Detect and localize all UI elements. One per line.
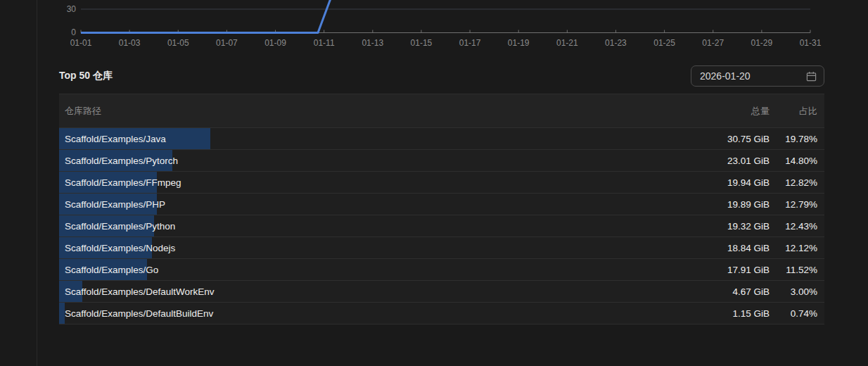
dashboard-page: 30 0 01-0101-0301-0501-0701-0901-1101-13…	[0, 0, 868, 366]
calendar-icon[interactable]	[806, 71, 817, 82]
percent-cell: 12.43%	[770, 221, 817, 232]
x-axis-tick-label: 01-15	[411, 38, 433, 48]
repo-path-cell: Scaffold/Examples/PHP	[59, 199, 692, 210]
sidebar-divider	[37, 0, 37, 366]
date-picker-value[interactable]: 2026-01-20	[700, 70, 806, 82]
x-axis-tick-label: 01-13	[362, 38, 383, 48]
percent-cell: 3.00%	[770, 286, 817, 297]
repo-path-cell: Scaffold/Examples/Python	[59, 221, 692, 232]
total-size-cell: 19.94 GiB	[692, 177, 770, 188]
repo-table: 仓库路径 总量 占比 Scaffold/Examples/Java30.75 G…	[59, 94, 824, 324]
column-header-repo-path: 仓库路径	[59, 105, 692, 118]
y-axis-tick-30: 30	[56, 4, 76, 14]
section-header: Top 50 仓库 2026-01-20	[59, 65, 824, 87]
repo-path-cell: Scaffold/Examples/Go	[59, 265, 692, 275]
table-row: Scaffold/Examples/Nodejs18.84 GiB12.12%	[59, 236, 824, 258]
table-row: Scaffold/Examples/PHP19.89 GiB12.79%	[59, 193, 824, 215]
total-size-cell: 18.84 GiB	[692, 243, 770, 253]
y-axis-tick-0: 0	[56, 27, 76, 37]
total-size-cell: 17.91 GiB	[692, 265, 770, 275]
percent-cell: 12.79%	[770, 199, 817, 210]
table-row: Scaffold/Examples/Pytorch23.01 GiB14.80%	[59, 149, 824, 171]
total-size-cell: 1.15 GiB	[692, 308, 770, 319]
date-picker[interactable]: 2026-01-20	[691, 65, 824, 87]
x-axis-tick-label: 01-07	[216, 38, 238, 48]
table-row: Scaffold/Examples/Java30.75 GiB19.78%	[59, 127, 824, 149]
column-header-percent: 占比	[770, 105, 817, 118]
x-axis-tick-label: 01-19	[508, 38, 530, 48]
x-axis-tick-label: 01-11	[314, 38, 335, 48]
x-axis-tick-label: 01-05	[167, 38, 189, 48]
repo-path-cell: Scaffold/Examples/DefaultWorkEnv	[59, 286, 692, 297]
repo-path-cell: Scaffold/Examples/Pytorch	[59, 156, 692, 166]
percent-cell: 0.74%	[770, 308, 817, 319]
x-axis-tick-label: 01-29	[751, 38, 773, 48]
repo-path-cell: Scaffold/Examples/FFmpeg	[59, 177, 692, 188]
percent-cell: 19.78%	[770, 134, 817, 144]
x-axis-tick-label: 01-23	[605, 38, 627, 48]
x-axis-tick-label: 01-01	[70, 38, 92, 48]
repo-path-cell: Scaffold/Examples/Nodejs	[59, 243, 692, 253]
usage-line-chart: 30 0 01-0101-0301-0501-0701-0901-1101-13…	[0, 0, 868, 53]
percent-cell: 12.12%	[770, 243, 817, 253]
page-title: Top 50 仓库	[59, 70, 113, 82]
table-row: Scaffold/Examples/FFmpeg19.94 GiB12.82%	[59, 171, 824, 193]
table-body: Scaffold/Examples/Java30.75 GiB19.78%Sca…	[59, 127, 824, 324]
total-size-cell: 23.01 GiB	[692, 156, 770, 166]
total-size-cell: 19.89 GiB	[692, 199, 770, 210]
repo-path-cell: Scaffold/Examples/DefaultBuildEnv	[59, 308, 692, 319]
table-row: Scaffold/Examples/Python19.32 GiB12.43%	[59, 215, 824, 236]
table-row: Scaffold/Examples/DefaultWorkEnv4.67 GiB…	[59, 280, 824, 302]
repo-path-cell: Scaffold/Examples/Java	[59, 134, 692, 144]
x-axis-tick-label: 01-09	[264, 38, 286, 48]
percent-cell: 14.80%	[770, 156, 817, 166]
table-row: Scaffold/Examples/Go17.91 GiB11.52%	[59, 258, 824, 280]
x-axis-tick-label: 01-31	[800, 38, 822, 48]
x-axis-tick-label: 01-17	[459, 38, 481, 48]
x-axis-tick-label: 01-21	[556, 38, 578, 48]
percent-cell: 11.52%	[770, 265, 817, 275]
x-axis-tick-label: 01-03	[119, 38, 141, 48]
x-axis-tick-label: 01-25	[653, 38, 675, 48]
total-size-cell: 4.67 GiB	[692, 286, 770, 297]
table-header-row: 仓库路径 总量 占比	[59, 94, 824, 127]
x-axis-tick-label: 01-27	[702, 38, 724, 48]
total-size-cell: 19.32 GiB	[692, 221, 770, 232]
total-size-cell: 30.75 GiB	[692, 134, 770, 144]
percent-cell: 12.82%	[770, 177, 817, 188]
table-row: Scaffold/Examples/DefaultBuildEnv1.15 Gi…	[59, 302, 824, 324]
column-header-total: 总量	[692, 105, 770, 118]
